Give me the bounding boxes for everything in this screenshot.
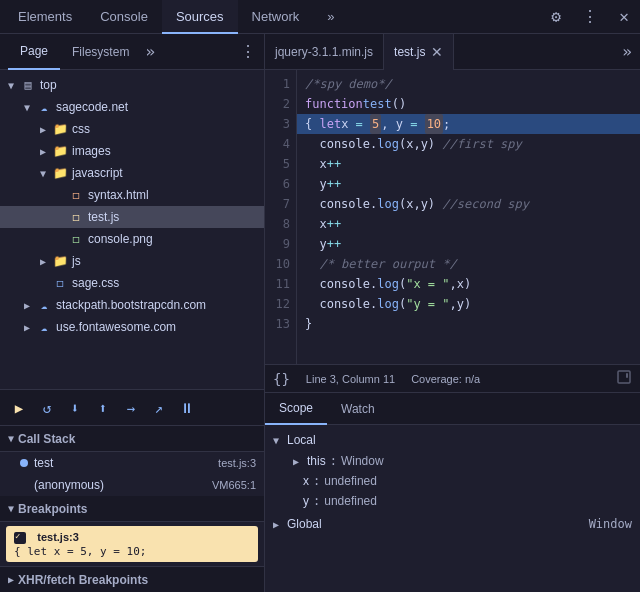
code-tab-testjs[interactable]: test.js ✕ [384, 34, 454, 70]
scope-value-x: undefined [324, 474, 377, 488]
resume-btn[interactable]: ▶ [8, 397, 30, 419]
breakpoint-code: { let x = 5, y = 10; [14, 545, 146, 558]
tab-watch[interactable]: Watch [327, 393, 389, 425]
tree-item-consolepng[interactable]: ◻ console.png [0, 228, 264, 250]
status-scroll-icon [616, 369, 632, 388]
tab-more[interactable]: » [313, 0, 348, 34]
tree-label-javascript: javascript [72, 166, 123, 180]
callstack-item-test[interactable]: test test.js:3 [0, 452, 264, 474]
code-line-9: y++ [305, 234, 632, 254]
scope-item-y[interactable]: y : undefined [265, 491, 640, 511]
tab-page[interactable]: Page [8, 34, 60, 70]
tree-item-sagecss[interactable]: ◻ sage.css [0, 272, 264, 294]
callstack-item-anon[interactable]: (anonymous) VM665:1 [0, 474, 264, 496]
code-tab-close-testjs[interactable]: ✕ [431, 44, 443, 60]
tree-label-images: images [72, 144, 111, 158]
breakpoint-file: test.js:3 [37, 531, 79, 543]
scope-key-x: x [303, 474, 309, 488]
tree-item-css[interactable]: ▶ 📁 css [0, 118, 264, 140]
tab-network[interactable]: Network [238, 0, 314, 34]
scope-value-y: undefined [324, 494, 377, 508]
xhr-title: XHR/fetch Breakpoints [18, 573, 148, 587]
breakpoints-header[interactable]: ▼ Breakpoints [0, 496, 264, 522]
cloud-icon-fontawesome: ☁ [36, 319, 52, 335]
scope-local-header[interactable]: ▼ Local [265, 429, 640, 451]
breakpoint-checkbox[interactable] [14, 532, 26, 544]
breakpoints-section: ▼ Breakpoints test.js:3 { let x = 5, y =… [0, 496, 264, 592]
panel-options-icon[interactable]: ⋮ [240, 42, 256, 61]
code-tab-jquery-label: jquery-3.1.1.min.js [275, 45, 373, 59]
xhr-section[interactable]: ▶ XHR/fetch Breakpoints [0, 566, 264, 592]
callstack-section: ▼ Call Stack test test.js:3 (anonymous) … [0, 426, 264, 496]
code-line-1: /*spy demo*/ [305, 74, 632, 94]
step-out-btn[interactable]: ⬆ [92, 397, 114, 419]
code-line-5: x++ [305, 154, 632, 174]
folder-icon-javascript: 📁 [52, 165, 68, 181]
top-tab-bar: Elements Console Sources Network » ⚙ ⋮ ✕ [0, 0, 640, 34]
tree-label-syntax: syntax.html [88, 188, 149, 202]
callstack-arrow: ▼ [8, 433, 14, 444]
tab-filesystem[interactable]: Filesystem [60, 34, 141, 70]
more-options-icon[interactable]: ⋮ [578, 5, 602, 29]
breakpoint-item-testjs3[interactable]: test.js:3 { let x = 5, y = 10; [6, 526, 258, 562]
tree-item-top[interactable]: ▼ ▤ top [0, 74, 264, 96]
step-into-btn[interactable]: ⬇ [64, 397, 86, 419]
step-over-btn[interactable]: ↺ [36, 397, 58, 419]
tab-sources[interactable]: Sources [162, 0, 238, 34]
step-btn[interactable]: → [120, 397, 142, 419]
svg-rect-0 [618, 371, 630, 383]
scope-global-header[interactable]: ▶ Global Window [265, 513, 640, 535]
tree-arrow-css: ▶ [40, 124, 52, 135]
scope-global-arrow: ▶ [273, 519, 283, 530]
line-col-status: Line 3, Column 11 [306, 373, 395, 385]
folder-icon-js: 📁 [52, 253, 68, 269]
tree-label-sagecode: sagecode.net [56, 100, 128, 114]
code-tab-more[interactable]: » [614, 42, 640, 61]
scope-value-this: Window [341, 454, 384, 468]
code-line-11: console.log("x = ",x) [305, 274, 632, 294]
scope-group-global: ▶ Global Window [265, 513, 640, 535]
tab-scope[interactable]: Scope [265, 393, 327, 425]
code-line-2: function test() [305, 94, 632, 114]
callstack-header[interactable]: ▼ Call Stack [0, 426, 264, 452]
right-panel: jquery-3.1.1.min.js test.js ✕ » 1 2 3 4 … [265, 34, 640, 592]
scope-local-label: Local [287, 433, 316, 447]
folder-icon-css: 📁 [52, 121, 68, 137]
code-tab-testjs-label: test.js [394, 45, 425, 59]
code-line-7: console.log(x,y) //second spy [305, 194, 632, 214]
callstack-dot-test [20, 459, 28, 467]
tree-item-testjs[interactable]: ◻ test.js [0, 206, 264, 228]
folder-icon-images: 📁 [52, 143, 68, 159]
tab-elements[interactable]: Elements [4, 0, 86, 34]
scope-global-label: Global [287, 517, 322, 531]
file-tree: ▼ ▤ top ▼ ☁ sagecode.net ▶ 📁 css ▶ [0, 70, 264, 389]
tree-arrow-images: ▶ [40, 146, 52, 157]
panel-more-icon[interactable]: » [145, 42, 155, 61]
tree-item-js[interactable]: ▶ 📁 js [0, 250, 264, 272]
scope-item-this[interactable]: ▶ this : Window [265, 451, 640, 471]
scope-item-x[interactable]: x : undefined [265, 471, 640, 491]
tree-item-fontawesome[interactable]: ▶ ☁ use.fontawesome.com [0, 316, 264, 338]
tree-item-stackpath[interactable]: ▶ ☁ stackpath.bootstrapcdn.com [0, 294, 264, 316]
tab-console[interactable]: Console [86, 0, 162, 34]
code-line-12: console.log("y = ",y) [305, 294, 632, 314]
main-layout: Page Filesystem » ⋮ ▼ ▤ top ▼ ☁ sagecode… [0, 34, 640, 592]
tree-label-stackpath: stackpath.bootstrapcdn.com [56, 298, 206, 312]
left-panel: Page Filesystem » ⋮ ▼ ▤ top ▼ ☁ sagecode… [0, 34, 265, 592]
code-content[interactable]: /*spy demo*/ function test() { let x = 5… [297, 70, 640, 364]
code-tab-jquery[interactable]: jquery-3.1.1.min.js [265, 34, 384, 70]
scope-this-arrow: ▶ [293, 456, 303, 467]
tree-item-syntax-html[interactable]: ◻ syntax.html [0, 184, 264, 206]
tree-item-sagecode[interactable]: ▼ ☁ sagecode.net [0, 96, 264, 118]
close-icon[interactable]: ✕ [612, 5, 636, 29]
scope-local-arrow: ▼ [273, 435, 283, 446]
deactivate-btn[interactable]: ↗ [148, 397, 170, 419]
cloud-icon-stackpath: ☁ [36, 297, 52, 313]
tree-item-images[interactable]: ▶ 📁 images [0, 140, 264, 162]
code-line-6: y++ [305, 174, 632, 194]
file-icon-consolepng: ◻ [68, 231, 84, 247]
settings-icon[interactable]: ⚙ [544, 5, 568, 29]
tree-item-javascript[interactable]: ▼ 📁 javascript [0, 162, 264, 184]
pause-btn[interactable]: ⏸ [176, 397, 198, 419]
scope-key-y: y [303, 494, 309, 508]
